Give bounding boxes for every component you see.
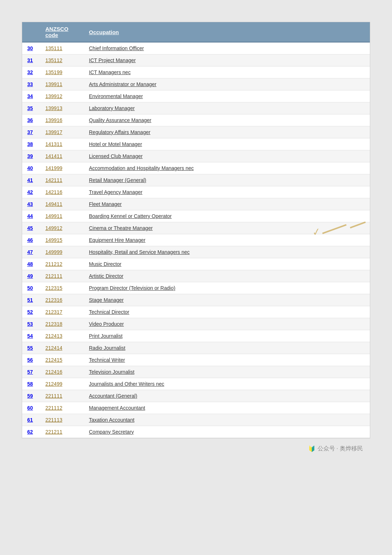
occupation-link[interactable]: Boarding Kennel or Cattery Operator xyxy=(89,213,172,219)
anzsco-code-value[interactable]: 221211 xyxy=(45,429,62,435)
anzsco-code-value[interactable]: 221113 xyxy=(45,417,62,423)
row-num-link[interactable]: 59 xyxy=(27,393,33,399)
occupation-link[interactable]: Arts Administrator or Manager xyxy=(89,81,156,87)
occupation-link[interactable]: Licensed Club Manager xyxy=(89,153,143,159)
row-num-link[interactable]: 49 xyxy=(27,273,33,279)
occupation-link[interactable]: Laboratory Manager xyxy=(89,105,135,111)
row-num-link[interactable]: 60 xyxy=(27,405,33,411)
anzsco-code-value[interactable]: 135111 xyxy=(45,45,62,51)
anzsco-code-value[interactable]: 221111 xyxy=(45,393,62,399)
anzsco-code-value[interactable]: 212416 xyxy=(45,369,62,375)
occupation-link[interactable]: Travel Agency Manager xyxy=(89,189,142,195)
anzsco-code-value[interactable]: 212415 xyxy=(45,357,62,363)
row-num-link[interactable]: 47 xyxy=(27,249,33,255)
row-num-link[interactable]: 33 xyxy=(27,81,33,87)
row-num-link[interactable]: 43 xyxy=(27,201,33,207)
row-num-link[interactable]: 30 xyxy=(27,45,33,51)
row-num-link[interactable]: 45 xyxy=(27,225,33,231)
occupation-link[interactable]: Television Journalist xyxy=(89,369,134,375)
row-num-link[interactable]: 40 xyxy=(27,165,33,171)
row-num-link[interactable]: 51 xyxy=(27,297,33,303)
occupation-link[interactable]: Environmental Manager xyxy=(89,93,143,99)
occupation-link[interactable]: Company Secretary xyxy=(89,429,134,435)
occupation-link[interactable]: Program Director (Television or Radio) xyxy=(89,285,175,291)
occupation-link[interactable]: Artistic Director xyxy=(89,273,123,279)
anzsco-code-value[interactable]: 135199 xyxy=(45,69,62,75)
row-num-link[interactable]: 46 xyxy=(27,237,33,243)
row-num-link[interactable]: 56 xyxy=(27,357,33,363)
row-num-link[interactable]: 61 xyxy=(27,417,33,423)
anzsco-code-value[interactable]: 211212 xyxy=(45,261,62,267)
anzsco-code-value[interactable]: 139917 xyxy=(45,129,62,135)
occupation-link[interactable]: Music Director xyxy=(89,261,121,267)
occupation-link[interactable]: Regulatory Affairs Manager xyxy=(89,129,150,135)
row-num-link[interactable]: 39 xyxy=(27,153,33,159)
row-num-link[interactable]: 36 xyxy=(27,117,33,123)
row-num-link[interactable]: 48 xyxy=(27,261,33,267)
row-num-link[interactable]: 42 xyxy=(27,189,33,195)
row-num-link[interactable]: 55 xyxy=(27,345,33,351)
row-num-link[interactable]: 41 xyxy=(27,177,33,183)
row-num-link[interactable]: 58 xyxy=(27,381,33,387)
occupation-link[interactable]: Quality Assurance Manager xyxy=(89,117,151,123)
anzsco-code-value[interactable]: 139916 xyxy=(45,117,62,123)
anzsco-code-value[interactable]: 141411 xyxy=(45,153,62,159)
occupation-link[interactable]: Hospitality, Retail and Service Managers… xyxy=(89,249,190,255)
row-num-link[interactable]: 57 xyxy=(27,369,33,375)
occupation-link[interactable]: Print Journalist xyxy=(89,333,123,339)
occupation-link[interactable]: Technical Director xyxy=(89,309,129,315)
anzsco-code-value[interactable]: 149912 xyxy=(45,225,62,231)
row-num-link[interactable]: 38 xyxy=(27,141,33,147)
anzsco-code-value[interactable]: 212413 xyxy=(45,333,62,339)
anzsco-code-value[interactable]: 141311 xyxy=(45,141,62,147)
occupation-link[interactable]: Management Accountant xyxy=(89,405,145,411)
occupation-link[interactable]: Video Producer xyxy=(89,321,124,327)
anzsco-code-value[interactable]: 221112 xyxy=(45,405,62,411)
anzsco-code-value[interactable]: 212316 xyxy=(45,297,62,303)
occupation-link[interactable]: Cinema or Theatre Manager xyxy=(89,225,153,231)
row-num-link[interactable]: 52 xyxy=(27,309,33,315)
row-num-link[interactable]: 53 xyxy=(27,321,33,327)
row-num-link[interactable]: 50 xyxy=(27,285,33,291)
anzsco-code-link[interactable]: ANZSCO code xyxy=(45,26,68,38)
occupation-link[interactable]: Hotel or Motel Manager xyxy=(89,141,142,147)
anzsco-code-value[interactable]: 139911 xyxy=(45,81,62,87)
occupation-header-link[interactable]: Occupation xyxy=(89,29,119,35)
occupation-link[interactable]: Equipment Hire Manager xyxy=(89,237,146,243)
row-num-link[interactable]: 32 xyxy=(27,69,33,75)
anzsco-code-value[interactable]: 149999 xyxy=(45,249,62,255)
row-num-link[interactable]: 31 xyxy=(27,57,33,63)
row-num-link[interactable]: 44 xyxy=(27,213,33,219)
row-num-link[interactable]: 54 xyxy=(27,333,33,339)
occupation-link[interactable]: Accommodation and Hospitality Managers n… xyxy=(89,165,194,171)
anzsco-code-value[interactable]: 142111 xyxy=(45,177,62,183)
anzsco-code-value[interactable]: 212414 xyxy=(45,345,62,351)
occupation-link[interactable]: Chief Information Officer xyxy=(89,45,144,51)
occupation-link[interactable]: ICT Managers nec xyxy=(89,69,131,75)
occupation-link[interactable]: Taxation Accountant xyxy=(89,417,134,423)
anzsco-code-value[interactable]: 212111 xyxy=(45,273,62,279)
occupation-link[interactable]: Radio Journalist xyxy=(89,345,125,351)
anzsco-code-value[interactable]: 212317 xyxy=(45,309,62,315)
occupation-link[interactable]: Accountant (General) xyxy=(89,393,137,399)
occupation-link[interactable]: Journalists and Other Writers nec xyxy=(89,381,164,387)
row-num-link[interactable]: 35 xyxy=(27,105,33,111)
anzsco-code-value[interactable]: 212499 xyxy=(45,381,62,387)
anzsco-code-value[interactable]: 212315 xyxy=(45,285,62,291)
row-num-link[interactable]: 37 xyxy=(27,129,33,135)
occupation-link[interactable]: ICT Project Manager xyxy=(89,57,136,63)
occupation-link[interactable]: Retail Manager (General) xyxy=(89,177,146,183)
row-num-link[interactable]: 34 xyxy=(27,93,33,99)
occupation-link[interactable]: Technical Writer xyxy=(89,357,125,363)
anzsco-code-value[interactable]: 212318 xyxy=(45,321,62,327)
anzsco-code-value[interactable]: 149915 xyxy=(45,237,62,243)
anzsco-code-value[interactable]: 139912 xyxy=(45,93,62,99)
occupation-link[interactable]: Stage Manager xyxy=(89,297,124,303)
occupation-link[interactable]: Fleet Manager xyxy=(89,201,122,207)
anzsco-code-value[interactable]: 139913 xyxy=(45,105,62,111)
anzsco-code-value[interactable]: 142116 xyxy=(45,189,62,195)
anzsco-code-value[interactable]: 141999 xyxy=(45,165,62,171)
anzsco-code-value[interactable]: 135112 xyxy=(45,57,62,63)
anzsco-code-value[interactable]: 149411 xyxy=(45,201,62,207)
anzsco-code-value[interactable]: 149911 xyxy=(45,213,62,219)
